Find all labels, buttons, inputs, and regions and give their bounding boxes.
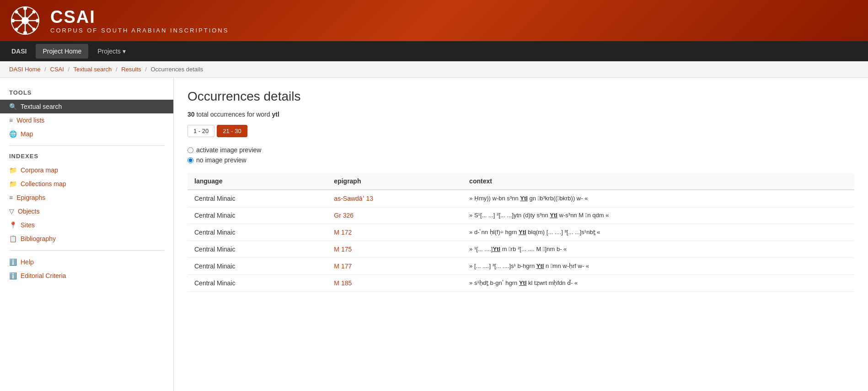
nav-project-home[interactable]: Project Home xyxy=(36,44,88,59)
svg-point-7 xyxy=(23,31,27,35)
highlighted-word: Ytl xyxy=(536,262,544,269)
collections-map-link[interactable]: Collections map xyxy=(21,180,66,187)
sidebar-item-map[interactable]: 🌐 Map xyxy=(0,127,173,141)
epigraph-link[interactable]: M 185 xyxy=(334,279,352,287)
svg-point-6 xyxy=(23,6,27,10)
breadcrumb-dasi-home[interactable]: DASI Home xyxy=(9,66,41,73)
results-table: language epigraph context Central Minaic… xyxy=(188,173,854,292)
sidebar-divider-2 xyxy=(9,250,164,251)
globe-icon: 🌐 xyxy=(9,130,17,138)
sidebar-item-editorial-criteria[interactable]: ℹ️ Editorial Criteria xyxy=(0,269,173,283)
breadcrumb-results[interactable]: Results xyxy=(121,66,141,73)
epigraph-link[interactable]: M 175 xyxy=(334,246,352,253)
highlighted-word: Ytl xyxy=(493,246,500,252)
svg-point-12 xyxy=(15,27,18,31)
cell-epigraph: as-Sawdāʾ 13 xyxy=(327,190,462,207)
corpora-map-link[interactable]: Corpora map xyxy=(21,166,58,174)
search-word: ytl xyxy=(272,111,279,118)
page-btn-1-20[interactable]: 1 - 20 xyxy=(188,125,214,137)
list-icon: ≡ xyxy=(9,117,13,124)
editorial-criteria-link[interactable]: Editorial Criteria xyxy=(21,272,66,279)
col-context: context xyxy=(462,173,854,190)
cell-epigraph: M 172 xyxy=(327,224,462,241)
sidebar-item-objects[interactable]: ▽ Objects xyxy=(0,204,173,218)
cell-language: Central Minaic xyxy=(188,241,327,258)
cell-language: Central Minaic xyxy=(188,275,327,292)
sidebar-item-bibliography[interactable]: 📋 Bibliography xyxy=(0,232,173,246)
nav-projects-dropdown[interactable]: Projects ▾ xyxy=(91,44,132,59)
breadcrumb-textual-search[interactable]: Textual search xyxy=(74,66,112,73)
site-logo xyxy=(9,5,41,37)
list-icon-epigraphs: ≡ xyxy=(9,194,13,201)
epigraph-link[interactable]: M 177 xyxy=(334,262,352,270)
highlighted-word: Ytl xyxy=(520,195,528,202)
sidebar-item-epigraphs[interactable]: ≡ Epigraphs xyxy=(0,191,173,204)
radio-no-image-preview[interactable]: no image preview xyxy=(188,156,854,164)
radio-activate-image-input[interactable] xyxy=(188,147,193,153)
map-link[interactable]: Map xyxy=(21,130,33,138)
pin-icon: 📍 xyxy=(9,221,17,229)
radio-options: activate image preview no image preview xyxy=(188,146,854,164)
cell-context: » d-ʾnn ḥl(f)÷ hgrn Ytl blq(m) [... ....… xyxy=(462,224,854,241)
radio-activate-image-preview[interactable]: activate image preview xyxy=(188,146,854,154)
sidebar-item-corpora-map[interactable]: 📁 Corpora map xyxy=(0,163,173,177)
criteria-icon: ℹ️ xyxy=(9,272,17,279)
sidebar-item-word-lists[interactable]: ≡ Word lists xyxy=(0,113,173,127)
cell-context: » Ḥmy)) w-bn s³nn Ytl gn ͐b³krb((ͨbkrb))… xyxy=(462,190,854,207)
table-row: Central MinaicM 177» [... ....] ³[... ..… xyxy=(188,258,854,275)
help-link[interactable]: Help xyxy=(21,258,34,266)
total-count: 30 xyxy=(188,111,195,118)
svg-point-8 xyxy=(11,19,15,22)
table-body: Central Minaicas-Sawdāʾ 13» Ḥmy)) w-bn s… xyxy=(188,190,854,292)
sidebar: TOOLS 🔍 Textual search ≡ Word lists 🌐 Ma… xyxy=(0,78,174,391)
cell-epigraph: Gr 326 xyxy=(327,207,462,224)
highlighted-word: Ytl xyxy=(519,229,526,236)
epigraphs-link[interactable]: Epigraphs xyxy=(16,194,45,201)
col-epigraph: epigraph xyxy=(327,173,462,190)
page-title: Occurrences details xyxy=(188,89,854,104)
word-lists-link[interactable]: Word lists xyxy=(16,117,44,124)
cell-context: » ¹[... ....]Ytl m ͐rb ²[... .... M ͐]nm… xyxy=(462,241,854,258)
sidebar-item-collections-map[interactable]: 📁 Collections map xyxy=(0,177,173,191)
site-subtitle: Corpus of South Arabian Inscriptions xyxy=(50,27,229,34)
svg-point-13 xyxy=(32,27,35,31)
sidebar-item-sites[interactable]: 📍 Sites xyxy=(0,218,173,232)
occurrences-summary: 30 total occurrences for word ytl xyxy=(188,111,854,118)
highlighted-word: Ytl xyxy=(550,212,557,219)
sites-link[interactable]: Sites xyxy=(21,221,35,229)
breadcrumb-csai[interactable]: CSAI xyxy=(50,66,64,73)
epigraph-link[interactable]: Gr 326 xyxy=(334,212,354,219)
bibliography-link[interactable]: Bibliography xyxy=(21,235,56,242)
book-icon: 📋 xyxy=(9,235,17,242)
cell-context: » s¹ḥdṯ b-gnʾ hgrn Ytl kl tẓwrt mḥfdn d̈… xyxy=(462,275,854,292)
svg-point-10 xyxy=(15,10,18,13)
help-icon: ℹ️ xyxy=(9,258,17,266)
cell-language: Central Minaic xyxy=(188,258,327,275)
cell-language: Central Minaic xyxy=(188,224,327,241)
epigraph-link[interactable]: M 172 xyxy=(334,229,352,236)
objects-icon: ▽ xyxy=(9,208,14,215)
table-row: Central MinaicM 172» d-ʾnn ḥl(f)÷ hgrn Y… xyxy=(188,224,854,241)
epigraph-link[interactable]: as-Sawdāʾ 13 xyxy=(334,195,373,202)
radio-no-image-input[interactable] xyxy=(188,157,193,163)
svg-point-9 xyxy=(36,19,39,22)
site-header: CSAI Corpus of South Arabian Inscription… xyxy=(0,0,868,41)
summary-text: total occurrences for word xyxy=(196,111,270,118)
indexes-section-title: INDEXES xyxy=(0,150,173,163)
table-row: Central MinaicGr 326» S¹[... ...] ²[... … xyxy=(188,207,854,224)
highlighted-word: Ytl xyxy=(519,279,527,286)
sidebar-item-help[interactable]: ℹ️ Help xyxy=(0,255,173,269)
site-title-block: CSAI Corpus of South Arabian Inscription… xyxy=(50,7,229,34)
nav-brand: DASI xyxy=(5,44,33,59)
page-btn-21-30[interactable]: 21 - 30 xyxy=(217,125,247,137)
table-row: Central MinaicM 175» ¹[... ....]Ytl m ͐r… xyxy=(188,241,854,258)
radio-no-image-label: no image preview xyxy=(196,156,246,164)
pagination: 1 - 20 21 - 30 xyxy=(188,125,854,137)
cell-epigraph: M 177 xyxy=(327,258,462,275)
nav-bar: DASI Project Home Projects ▾ xyxy=(0,41,868,61)
search-icon: 🔍 xyxy=(9,103,17,110)
cell-context: » S¹[... ...] ²[... ...]ytn (d)ty s³nn Y… xyxy=(462,207,854,224)
sidebar-item-textual-search[interactable]: 🔍 Textual search xyxy=(0,100,173,113)
objects-link[interactable]: Objects xyxy=(18,208,39,215)
breadcrumb-current: Occurrences details xyxy=(150,66,203,73)
